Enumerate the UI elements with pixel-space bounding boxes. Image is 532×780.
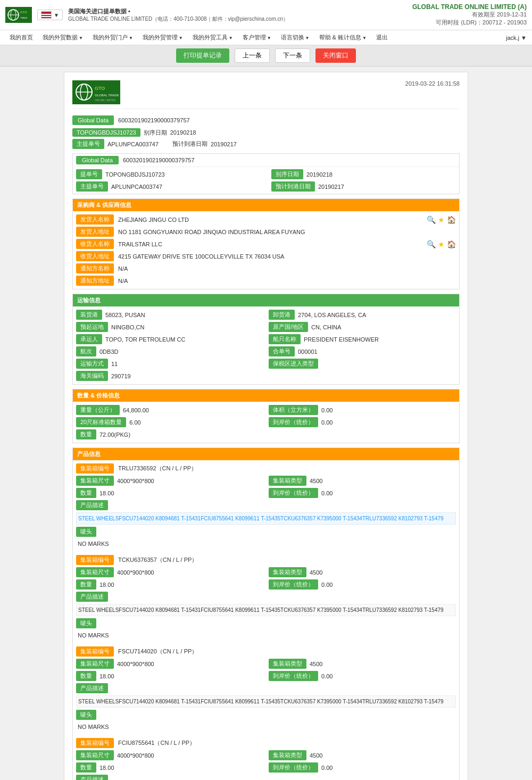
quantity-section: 数量 & 价格信息 重量（公斤） 64,800.00 体积（立方米） 0.00 …	[72, 389, 460, 443]
shouhuo-star-icon[interactable]: ★	[438, 240, 445, 248]
container1-price-value: 0.00	[321, 490, 332, 496]
container3-count-field: 数量 18.00	[76, 671, 263, 681]
nav-logout[interactable]: 退出	[372, 31, 392, 44]
svg-text:GTO: GTO	[20, 11, 27, 14]
shouhuo-search-icon[interactable]: 🔍	[427, 240, 436, 248]
container20-value: 6.00	[129, 419, 140, 426]
next-button[interactable]: 下一条	[275, 48, 310, 63]
container2-mark-text: NO MARKS	[76, 630, 456, 640]
container2-type-value: 4500	[310, 569, 322, 576]
document-container: GTO GLOBAL TRADE ONLINE LIMITED 2019-03-…	[64, 72, 468, 780]
tongzhi-name-label: 通知方名称	[76, 263, 114, 273]
container1-count-value: 18.00	[99, 490, 114, 496]
shouhuo-icons: 🔍 ★ 🏠	[427, 240, 456, 248]
container2-mark-section: 唛头 NO MARKS	[76, 618, 456, 640]
container1-mark-label: 唛头	[76, 527, 96, 537]
container3-price-value: 0.00	[321, 673, 332, 679]
container3-size-value: 4000*900*800	[117, 661, 154, 667]
home-icon[interactable]: 🏠	[447, 215, 456, 224]
container2-mark-label: 唛头	[76, 618, 96, 628]
search-icon[interactable]: 🔍	[427, 215, 436, 224]
nav-help[interactable]: 帮助 & 账计信息	[315, 31, 371, 44]
container4-no-row: 集装箱编号 FCIU8755641（CN / L / PP）	[76, 738, 456, 748]
nav-title: 美国海关进口提单数据 •	[68, 7, 288, 15]
container2-desc-section: 产品描述 STEEL WHEELSFSCU7144020 K8094681 T-…	[76, 592, 456, 616]
global-data-value: 6003201902190000379757	[118, 117, 190, 123]
supplier-section-header: 采购商 & 供应商信息	[73, 199, 459, 211]
zhuangyun-field: 装货港 58023, PUSAN	[76, 310, 263, 320]
product-section: 产品信息 集装箱编号 TRLU7336592（CN / L / PP） 集装箱尺…	[72, 447, 460, 780]
container4-type-value: 4500	[310, 752, 322, 759]
container4-size-value: 4000*900*800	[117, 752, 154, 759]
container2-no-label: 集装箱编号	[76, 555, 114, 565]
chuanming-field: 船只名称 PRESIDENT EISENHOWER	[269, 334, 456, 344]
global-data-field-label: Global Data	[76, 156, 119, 164]
close-button[interactable]: 关闭窗口	[315, 48, 356, 63]
container4-grid: 集装箱尺寸 4000*900*800 集装箱类型 4500 数量 18.00	[76, 750, 456, 773]
container4-count-label: 数量	[76, 762, 96, 773]
container4-desc-section: 产品描述 STEEL WHEELSFSCU7144020 K8094681 T-…	[76, 775, 456, 780]
container2-count-label: 数量	[76, 579, 96, 590]
chengyun-field: 承运人 TOPO, TOR PETROLEUM CC	[76, 334, 263, 344]
xiehuo-field: 卸货港 2704, LOS ANGELES, CA	[269, 310, 456, 320]
bianzhi-field: 别序日期 20190218	[271, 169, 456, 179]
yuding-field: 预起运地 NINGBO,CN	[76, 322, 263, 332]
container1-size-field: 集装箱尺寸 4000*900*800	[76, 476, 263, 486]
user-info[interactable]: jack.j ▼	[506, 35, 527, 41]
hetong-value: 000001	[298, 348, 318, 355]
baoshui-field: 保税区进入类型	[269, 359, 456, 369]
container-item-2: 集装箱编号 TCKU6376357（CN / L / PP） 集装箱尺寸 400…	[76, 555, 456, 640]
container3-mark-text: NO MARKS	[76, 722, 456, 732]
container1-price-field: 到岸价（统价） 0.00	[269, 488, 456, 498]
container4-price-value: 0.00	[321, 765, 332, 771]
container3-desc-section: 产品描述 STEEL WHEELSFSCU7144020 K8094681 T-…	[76, 683, 456, 708]
container2-price-label: 到岸价（统价）	[269, 579, 318, 590]
quantity-section-header: 数量 & 价格信息	[73, 389, 459, 402]
transport-section-header: 运输信息	[73, 294, 459, 306]
jihua-field: 预计到港日期 20190217	[271, 181, 456, 192]
daojia-field: 到岸价（统价） 0.00	[269, 417, 456, 427]
container3-price-label: 到岸价（统价）	[269, 671, 318, 681]
container1-no-value: TRLU7336592（CN / L / PP）	[118, 464, 197, 472]
prev-button[interactable]: 上一条	[235, 48, 270, 63]
container3-desc-label: 产品描述	[76, 683, 108, 693]
star-icon[interactable]: ★	[438, 215, 445, 224]
shouhuo-home-icon[interactable]: 🏠	[447, 240, 456, 248]
print-button[interactable]: 打印提单记录	[176, 48, 229, 63]
flag-selector[interactable]: ▼	[37, 10, 63, 20]
jihua-label: 预计到港日期	[172, 140, 207, 148]
container2-size-value: 4000*900*800	[117, 569, 154, 576]
container3-no-value: FSCU7144020（CN / L / PP）	[118, 648, 197, 655]
jihua-field-label: 预计到港日期	[271, 181, 315, 192]
container1-desc-text: STEEL WHEELSFSCU7144020 K8094681 T-15431…	[76, 512, 456, 525]
supplier-body: 发货人名称 ZHEJIANG JINGU CO LTD 🔍 ★ 🏠 发货人地址 …	[73, 211, 459, 289]
yunshu-value: 11	[111, 361, 118, 367]
container1-type-field: 集装箱类型 4500	[269, 476, 456, 486]
shouhuo-name-row: 收货人名称 TRAILSTAR LLC 🔍 ★ 🏠	[76, 239, 456, 249]
nav-language[interactable]: 语言切换	[277, 31, 314, 44]
container4-desc-label: 产品描述	[76, 775, 108, 780]
nav-manage[interactable]: 我的外贸管理	[138, 31, 187, 44]
hangguo-field: 航次 0DB3D	[76, 346, 263, 356]
nav-trade-data[interactable]: 我的外贸数据	[38, 31, 87, 44]
chengyun-label: 承运人	[76, 334, 102, 344]
shouhuo-addr-label: 收货人地址	[76, 251, 114, 261]
nav-customers[interactable]: 客户管理	[238, 31, 276, 44]
container2-price-value: 0.00	[321, 582, 332, 588]
chengyun-value: TOPO, TOR PETROLEUM CC	[105, 336, 185, 343]
fashou-addr-row: 发货人地址 NO 1181 GONGYUANXI ROAD JINQIAO IN…	[76, 227, 456, 237]
haiguan-label: 海关编码	[76, 371, 108, 381]
nav-tools[interactable]: 我的外贸工具	[188, 31, 237, 44]
svg-text:GLOBAL TRADE: GLOBAL TRADE	[95, 94, 119, 97]
main-tidan-field-value: APLUNPCA003747	[111, 184, 162, 190]
nav-portal[interactable]: 我的外贸门户	[88, 31, 137, 44]
nav-home[interactable]: 我的首页	[5, 31, 37, 44]
product-section-header: 产品信息	[73, 448, 459, 460]
doc-datetime: 2019-03-22 16:31:58	[405, 80, 460, 87]
global-data-row: Global Data 6003201902190000379757	[72, 115, 460, 125]
xiehuo-label: 卸货港	[269, 310, 295, 320]
fashou-name-row: 发货人名称 ZHEJIANG JINGU CO LTD 🔍 ★ 🏠	[76, 214, 456, 225]
main-tidan-field-label: 主提单号	[76, 181, 108, 192]
tongzhi-addr-label: 通知方地址	[76, 276, 114, 286]
container3-size-label: 集装箱尺寸	[76, 659, 114, 669]
